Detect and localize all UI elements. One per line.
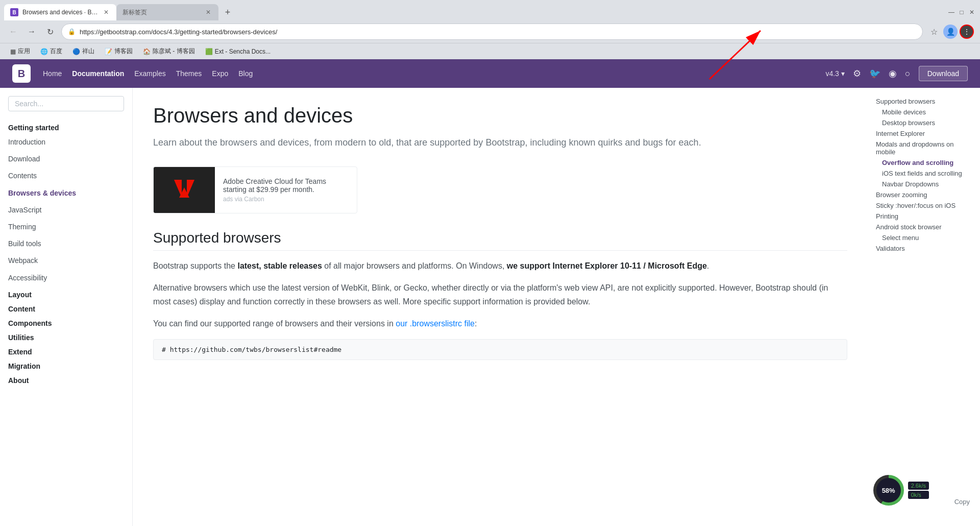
bookmark-baidu-label: 百度 xyxy=(50,47,62,56)
toc-validators[interactable]: Validators xyxy=(876,243,972,254)
sidebar-item-download[interactable]: Download xyxy=(0,151,132,168)
lock-icon: 🔒 xyxy=(68,28,76,35)
bookmark-bokeyuan-label: 博客园 xyxy=(114,47,133,56)
sidebar-category-extend: Extend xyxy=(0,344,132,358)
sidebar-item-browsers[interactable]: Browsers & devices xyxy=(0,185,132,202)
profile-icon[interactable]: 👤 xyxy=(943,25,958,39)
sidebar-category-content: Content xyxy=(0,301,132,315)
bs-logo[interactable]: B xyxy=(12,64,31,83)
nav-home[interactable]: Home xyxy=(43,67,62,80)
chenyb-icon: 🏠 xyxy=(143,48,151,55)
nav-expo[interactable]: Expo xyxy=(212,67,228,80)
bs-navbar: B Home Documentation Examples Themes Exp… xyxy=(0,59,980,88)
forward-button[interactable]: → xyxy=(24,25,39,39)
toc-navbar-dropdowns[interactable]: Navbar Dropdowns xyxy=(876,179,972,189)
back-button[interactable]: ← xyxy=(6,25,20,39)
minimize-button[interactable]: — xyxy=(947,8,955,16)
url-bar[interactable]: 🔒 https://getbootstrap.com/docs/4.3/gett… xyxy=(61,23,923,40)
sidebar-category-utilities: Utilities xyxy=(0,329,132,344)
toc-mobile-devices[interactable]: Mobile devices xyxy=(876,107,972,117)
tab-close-1[interactable]: ✕ xyxy=(102,8,110,16)
bookmark-bokeyuan[interactable]: 📝 博客园 xyxy=(101,46,137,57)
version-chevron: ▾ xyxy=(841,69,845,78)
toc-ie[interactable]: Internet Explorer xyxy=(876,128,972,139)
bookmark-baidu[interactable]: 🌐 百度 xyxy=(36,46,66,57)
sidebar-item-build-tools[interactable]: Build tools xyxy=(0,235,132,252)
bokeyuan-icon: 📝 xyxy=(105,48,112,55)
sidebar: Getting started Introduction Download Co… xyxy=(0,88,133,526)
nav-themes[interactable]: Themes xyxy=(176,67,202,80)
url-text: https://getbootstrap.com/docs/4.3/gettin… xyxy=(80,28,916,36)
xiangshan-icon: 🔵 xyxy=(72,48,80,55)
ad-box[interactable]: Adobe Creative Cloud for Teams starting … xyxy=(153,166,357,213)
nav-documentation[interactable]: Documentation xyxy=(72,67,124,80)
search-box xyxy=(8,96,124,111)
toc-overflow[interactable]: Overflow and scrolling xyxy=(876,157,972,168)
bookmark-apps[interactable]: ▦ 应用 xyxy=(6,46,34,57)
adobe-logo-icon xyxy=(164,175,205,205)
nav-blog[interactable]: Blog xyxy=(238,67,253,80)
slack-icon[interactable]: ◉ xyxy=(889,68,897,79)
reload-button[interactable]: ↻ xyxy=(43,25,57,39)
perf-stat-up: 2.6k/s xyxy=(908,482,929,490)
sidebar-item-javascript[interactable]: JavaScript xyxy=(0,202,132,219)
page-title: Browsers and devices xyxy=(153,104,847,127)
bookmark-sencha[interactable]: 🟩 Ext - Sencha Docs... xyxy=(201,47,275,56)
more-menu-button[interactable]: ⋮ xyxy=(960,25,974,39)
toc-select-menu[interactable]: Select menu xyxy=(876,232,972,243)
address-bar: ← → ↻ 🔒 https://getbootstrap.com/docs/4.… xyxy=(0,20,980,43)
paragraph-3: You can find our supported range of brow… xyxy=(153,317,847,330)
apps-icon: ▦ xyxy=(10,48,16,55)
page: B Home Documentation Examples Themes Exp… xyxy=(0,59,980,526)
version-selector[interactable]: v4.3 ▾ xyxy=(825,69,844,78)
perf-circle: 58% xyxy=(873,475,904,506)
toolbar-icons: ☆ 👤 ⋮ xyxy=(927,25,974,39)
toc-browser-zooming[interactable]: Browser zooming xyxy=(876,189,972,200)
maximize-button[interactable]: □ xyxy=(958,8,966,16)
sidebar-item-webpack[interactable]: Webpack xyxy=(0,252,132,269)
download-button[interactable]: Download xyxy=(919,66,968,81)
paragraph-1: Bootstrap supports the latest, stable re… xyxy=(153,259,847,273)
bookmark-star-icon[interactable]: ☆ xyxy=(927,25,941,39)
perf-stats: 2.6k/s 0k/s xyxy=(908,482,929,499)
browserslistrc-link[interactable]: our .browserslistrc file xyxy=(396,319,475,328)
ad-content: Adobe Creative Cloud for Teams starting … xyxy=(215,169,357,211)
close-button[interactable]: ✕ xyxy=(968,8,976,16)
open-collective-icon[interactable]: ○ xyxy=(905,68,911,79)
github-icon[interactable]: ⚙ xyxy=(853,68,861,79)
sidebar-item-contents[interactable]: Contents xyxy=(0,168,132,184)
toc-ios-text[interactable]: iOS text fields and scrolling xyxy=(876,168,972,179)
tab-title-2: 新标签页 xyxy=(122,8,200,17)
sidebar-item-introduction[interactable]: Introduction xyxy=(0,134,132,151)
paragraph-2: Alternative browsers which use the lates… xyxy=(153,281,847,308)
tab-active[interactable]: B Browsers and devices · Bootst... ✕ xyxy=(4,4,116,20)
toc-supported-browsers[interactable]: Supported browsers xyxy=(876,96,972,107)
toc-android[interactable]: Android stock browser xyxy=(876,222,972,232)
tab-close-2[interactable]: ✕ xyxy=(204,8,212,16)
search-input[interactable] xyxy=(8,96,124,111)
toc-printing[interactable]: Printing xyxy=(876,211,972,222)
twitter-icon[interactable]: 🐦 xyxy=(869,68,880,79)
bookmark-chenyb[interactable]: 🏠 陈彦斌 - 博客园 xyxy=(139,46,199,57)
bookmark-sencha-label: Ext - Sencha Docs... xyxy=(215,48,271,55)
baidu-icon: 🌐 xyxy=(40,48,48,55)
bookmark-xiangshan-label: 祥山 xyxy=(82,47,94,56)
perf-percent: 58% xyxy=(876,478,901,503)
sidebar-item-theming[interactable]: Theming xyxy=(0,219,132,235)
page-subtitle: Learn about the browsers and devices, fr… xyxy=(153,135,847,150)
tab-favicon-1: B xyxy=(10,8,18,16)
toc-sticky-hover[interactable]: Sticky :hover/:focus on iOS xyxy=(876,200,972,211)
sidebar-item-accessibility[interactable]: Accessibility xyxy=(0,270,132,286)
section-supported-browsers: Supported browsers xyxy=(153,230,847,251)
sidebar-category-migration: Migration xyxy=(0,358,132,372)
new-tab-button[interactable]: + xyxy=(220,5,235,19)
toc-modals[interactable]: Modals and dropdowns on mobile xyxy=(876,139,972,157)
copy-button[interactable]: Copy xyxy=(954,498,970,506)
bookmark-xiangshan[interactable]: 🔵 祥山 xyxy=(68,46,99,57)
bookmark-chenyb-label: 陈彦斌 - 博客园 xyxy=(153,47,195,56)
toc-desktop-browsers[interactable]: Desktop browsers xyxy=(876,117,972,128)
content-area: Browsers and devices Learn about the bro… xyxy=(133,88,868,526)
bs-nav-right: v4.3 ▾ ⚙ 🐦 ◉ ○ Download xyxy=(825,66,968,81)
tab-newtab[interactable]: 新标签页 ✕ xyxy=(116,4,218,20)
nav-examples[interactable]: Examples xyxy=(134,67,165,80)
